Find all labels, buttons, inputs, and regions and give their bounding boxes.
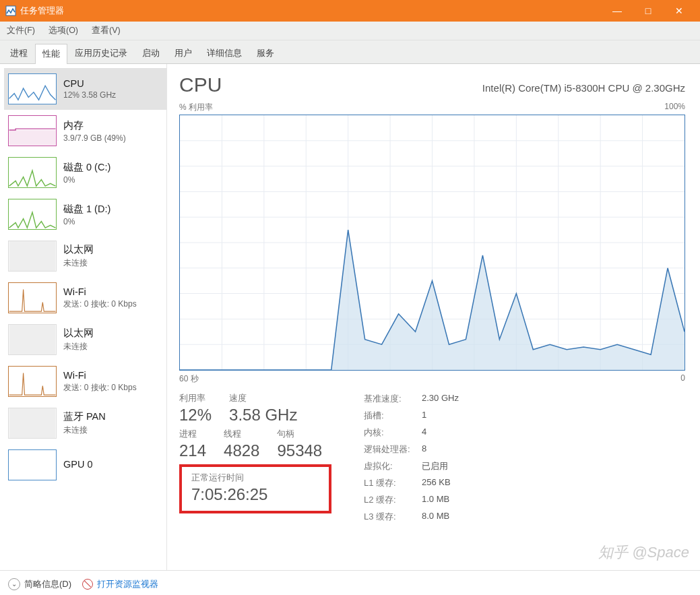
sidebar-item-title: Wi-Fi	[63, 286, 137, 297]
sidebar-item-5[interactable]: Wi-Fi发送: 0 接收: 0 Kbps	[4, 277, 166, 319]
tab-0[interactable]: 进程	[3, 43, 35, 63]
spec-key: L2 缓存:	[364, 494, 422, 506]
chevron-down-icon: ⌄	[8, 578, 20, 590]
sidebar-item-title: 磁盘 1 (D:)	[63, 203, 110, 216]
maximize-button[interactable]: □	[633, 0, 664, 22]
collapse-label: 简略信息(D)	[24, 578, 71, 590]
sidebar-item-sub: 发送: 0 接收: 0 Kbps	[63, 299, 137, 310]
stats: 利用率 12% 速度 3.58 GHz 进程 214 线程 48	[179, 393, 685, 528]
sidebar-item-3[interactable]: 磁盘 1 (D:)0%	[4, 193, 166, 235]
tab-5[interactable]: 详细信息	[199, 43, 249, 63]
sidebar-item-8[interactable]: 蓝牙 PAN未连接	[4, 402, 166, 444]
spec-value: 1	[422, 410, 426, 422]
tab-6[interactable]: 服务	[249, 43, 282, 63]
spec-value: 4	[422, 427, 426, 439]
sidebar-item-sub: 未连接	[63, 425, 106, 436]
window-title: 任务管理器	[20, 5, 602, 17]
spec-row-7: L3 缓存:8.0 MB	[364, 511, 459, 523]
tab-1[interactable]: 性能	[35, 44, 67, 64]
util-axis-max: 100%	[664, 102, 685, 113]
handle-value: 95348	[277, 441, 322, 460]
sidebar-item-sub: 12% 3.58 GHz	[63, 90, 116, 100]
svg-rect-1	[9, 130, 56, 146]
spec-row-6: L2 缓存:1.0 MB	[364, 494, 459, 506]
util-value: 12%	[179, 406, 212, 425]
util-axis-label: % 利用率	[179, 102, 213, 113]
speed-label: 速度	[229, 393, 297, 404]
sidebar-item-sub: 发送: 0 接收: 0 Kbps	[63, 382, 137, 394]
handle-label: 句柄	[277, 429, 322, 440]
sidebar-item-title: GPU 0	[63, 459, 93, 470]
uptime-box: 正常运行时间 7:05:26:25	[179, 464, 331, 513]
titlebar: 任务管理器 — □ ✕	[0, 0, 700, 22]
resource-monitor-link[interactable]: 打开资源监视器	[82, 578, 158, 590]
spec-row-5: L1 缓存:256 KB	[364, 477, 459, 489]
spec-value: 已启用	[422, 460, 448, 472]
spec-key: L1 缓存:	[364, 477, 422, 489]
sidebar-thumb	[8, 324, 57, 355]
collapse-button[interactable]: ⌄ 简略信息(D)	[8, 578, 71, 590]
menu-view[interactable]: 查看(V)	[89, 23, 123, 38]
sidebar-item-title: CPU	[63, 78, 116, 89]
resmon-label: 打开资源监视器	[97, 578, 158, 590]
tab-3[interactable]: 启动	[135, 43, 167, 63]
sidebar-item-title: Wi-Fi	[63, 370, 137, 381]
minimize-button[interactable]: —	[602, 0, 633, 22]
speed-value: 3.58 GHz	[229, 406, 297, 425]
spec-row-4: 虚拟化:已启用	[364, 460, 459, 472]
proc-label: 进程	[179, 429, 206, 440]
svg-rect-2	[9, 241, 56, 271]
spec-value: 256 KB	[422, 477, 451, 489]
sidebar-thumb	[8, 282, 57, 313]
uptime-label: 正常运行时间	[191, 472, 319, 484]
sidebar-item-1[interactable]: 内存3.9/7.9 GB (49%)	[4, 110, 166, 152]
cpu-chart	[179, 115, 685, 371]
tab-2[interactable]: 应用历史记录	[67, 43, 135, 63]
sidebar-item-6[interactable]: 以太网未连接	[4, 319, 166, 361]
spec-row-2: 内核:4	[364, 427, 459, 439]
sidebar-item-sub: 3.9/7.9 GB (49%)	[63, 133, 126, 143]
uptime-value: 7:05:26:25	[191, 485, 319, 504]
menu-options[interactable]: 选项(O)	[46, 23, 81, 38]
spec-value: 2.30 GHz	[422, 393, 459, 405]
spec-row-3: 逻辑处理器:8	[364, 443, 459, 456]
close-button[interactable]: ✕	[664, 0, 695, 22]
sidebar-thumb	[8, 408, 57, 439]
sidebar-item-9[interactable]: GPU 0	[4, 444, 166, 486]
menubar: 文件(F) 选项(O) 查看(V)	[0, 22, 700, 40]
spec-row-1: 插槽:1	[364, 410, 459, 422]
sidebar-thumb	[8, 157, 57, 188]
sidebar-item-7[interactable]: Wi-Fi发送: 0 接收: 0 Kbps	[4, 361, 166, 402]
x-axis-right: 0	[680, 373, 685, 385]
resmon-icon	[82, 579, 93, 590]
svg-rect-3	[9, 325, 56, 354]
sidebar-item-0[interactable]: CPU12% 3.58 GHz	[4, 68, 166, 110]
spec-key: L3 缓存:	[364, 511, 422, 523]
x-axis-left: 60 秒	[179, 373, 199, 385]
sidebar-thumb	[8, 449, 57, 480]
sidebar-item-2[interactable]: 磁盘 0 (C:)0%	[4, 152, 166, 193]
thread-value: 4828	[224, 441, 259, 460]
proc-value: 214	[179, 441, 206, 460]
sidebar-item-title: 以太网	[63, 327, 94, 340]
sidebar-thumb	[8, 241, 57, 272]
sidebar[interactable]: CPU12% 3.58 GHz内存3.9/7.9 GB (49%)磁盘 0 (C…	[0, 64, 167, 570]
spec-key: 内核:	[364, 427, 422, 439]
sidebar-thumb	[8, 366, 57, 397]
thread-label: 线程	[224, 429, 259, 440]
spec-key: 插槽:	[364, 410, 422, 422]
specs: 基准速度:2.30 GHz插槽:1内核:4逻辑处理器:8虚拟化:已启用L1 缓存…	[364, 393, 459, 528]
sidebar-item-title: 蓝牙 PAN	[63, 410, 106, 423]
panel-title: CPU	[179, 73, 222, 96]
tab-4[interactable]: 用户	[167, 43, 199, 63]
sidebar-thumb	[8, 73, 57, 104]
svg-rect-4	[9, 408, 56, 438]
sidebar-item-sub: 未连接	[63, 257, 94, 269]
menu-file[interactable]: 文件(F)	[4, 23, 38, 38]
sidebar-item-sub: 0%	[63, 175, 110, 185]
spec-value: 1.0 MB	[422, 494, 449, 506]
sidebar-item-title: 磁盘 0 (C:)	[63, 161, 110, 174]
util-label: 利用率	[179, 393, 212, 404]
sidebar-item-4[interactable]: 以太网未连接	[4, 235, 166, 277]
spec-value: 8	[422, 443, 426, 456]
